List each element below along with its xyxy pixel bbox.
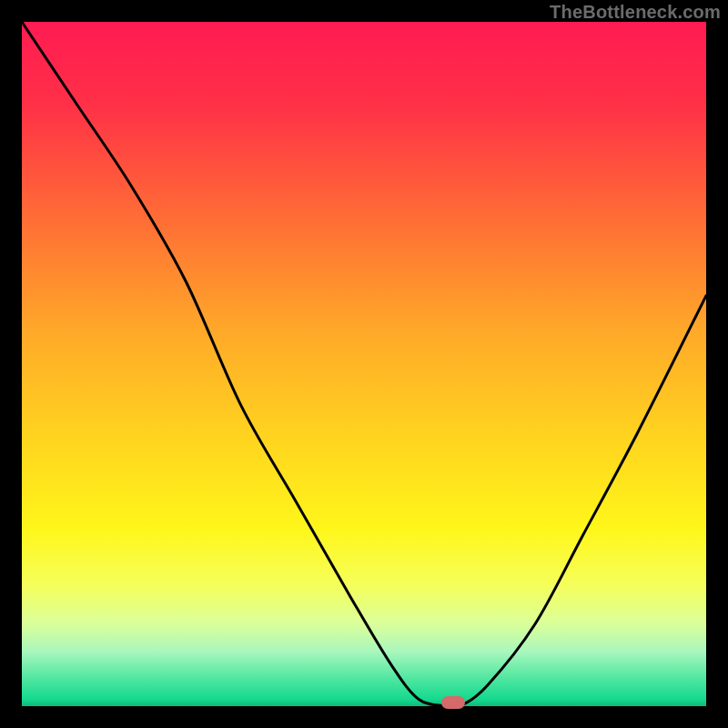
chart-canvas <box>22 22 706 706</box>
optimal-marker <box>441 696 465 709</box>
bottleneck-curve <box>22 22 706 708</box>
chart-frame: TheBottleneck.com <box>0 0 728 728</box>
watermark-text: TheBottleneck.com <box>550 2 721 23</box>
